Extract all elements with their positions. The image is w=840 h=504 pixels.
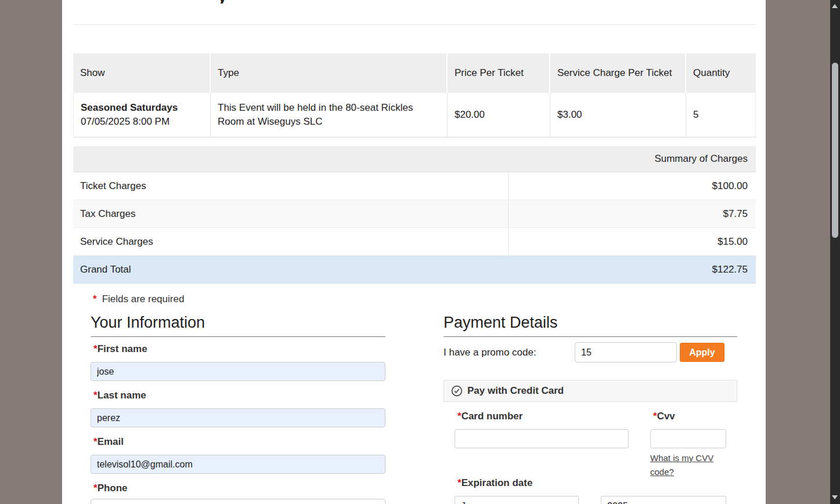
ticket-charges-value: $100.00 <box>508 172 756 200</box>
show-cell: Seasoned Saturdays 07/05/2025 8:00 PM <box>73 93 211 137</box>
required-asterisk: * <box>93 343 98 354</box>
scroll-down-arrow-icon[interactable] <box>832 495 838 499</box>
service-charges-label: Service Charges <box>73 228 508 255</box>
grand-total-label: Grand Total <box>73 256 508 283</box>
table-row-grand-total: Grand Total $122.75 <box>73 256 756 284</box>
grand-total-value: $122.75 <box>508 256 756 283</box>
required-asterisk: * <box>93 293 97 304</box>
pay-with-credit-card-label: Pay with Credit Card <box>467 385 564 397</box>
column-header-show: Show <box>73 53 211 93</box>
order-table-row: Seasoned Saturdays 07/05/2025 8:00 PM Th… <box>73 93 756 137</box>
expiration-date-label: *Expiration date <box>457 477 532 489</box>
tax-charges-label: Tax Charges <box>73 200 508 227</box>
column-header-price: Price Per Ticket <box>448 53 550 93</box>
summary-header: Summary of Charges <box>73 146 756 172</box>
required-asterisk: * <box>653 411 657 422</box>
your-information-heading: Your Information <box>91 314 385 337</box>
vertical-scrollbar[interactable] <box>830 0 840 504</box>
column-header-type: Type <box>211 53 448 93</box>
promo-code-label: I have a promo code: <box>444 347 536 358</box>
checkout-page: y Show Type Price Per Ticket Service Cha… <box>62 0 766 504</box>
required-fields-note: *Fields are required <box>93 293 184 305</box>
pay-with-credit-card-panel[interactable]: Pay with Credit Card <box>444 380 737 402</box>
first-name-field[interactable] <box>91 362 385 381</box>
table-row-ticket-charges: Ticket Charges $100.00 <box>73 172 756 200</box>
summary-table: Summary of Charges Ticket Charges $100.0… <box>73 146 756 284</box>
first-name-label: *First name <box>93 343 147 355</box>
order-table-header: Show Type Price Per Ticket Service Charg… <box>73 53 756 93</box>
service-charge-cell: $3.00 <box>550 93 686 137</box>
last-name-field[interactable] <box>91 408 385 427</box>
clipped-heading-fragment: y <box>218 0 241 3</box>
column-header-quantity: Quantity <box>686 53 756 93</box>
cvv-field[interactable] <box>650 429 726 448</box>
tax-charges-value: $7.75 <box>508 200 756 227</box>
required-asterisk: * <box>93 483 98 494</box>
required-asterisk: * <box>457 477 462 488</box>
card-number-field[interactable] <box>455 429 629 448</box>
service-charges-value: $15.00 <box>508 228 756 255</box>
order-table: Show Type Price Per Ticket Service Charg… <box>73 53 756 137</box>
apply-button[interactable]: Apply <box>680 343 724 362</box>
cvv-help-link[interactable]: What is my CVV code? <box>650 451 715 479</box>
phone-label: *Phone <box>93 483 128 494</box>
phone-field[interactable] <box>91 499 385 504</box>
required-asterisk: * <box>457 411 462 422</box>
last-name-label: *Last name <box>93 390 146 401</box>
promo-code-input[interactable] <box>575 342 677 362</box>
email-field[interactable] <box>91 455 385 474</box>
required-note-text: Fields are required <box>102 293 185 304</box>
scroll-up-arrow-icon[interactable] <box>832 4 838 8</box>
divider <box>73 24 756 25</box>
quantity-cell: 5 <box>686 93 756 137</box>
price-per-ticket-cell: $20.00 <box>448 93 550 137</box>
expiration-year-select[interactable]: 2025 <box>601 496 726 504</box>
show-datetime: 07/05/2025 8:00 PM <box>81 115 178 129</box>
type-cell: This Event will be held in the 80-seat R… <box>211 93 448 137</box>
payment-details-heading: Payment Details <box>444 314 737 337</box>
required-asterisk: * <box>93 436 98 447</box>
column-header-service-charge: Service Charge Per Ticket <box>550 53 686 93</box>
cvv-label: *Cvv <box>653 411 675 422</box>
required-asterisk: * <box>93 390 98 401</box>
scrollbar-thumb[interactable] <box>832 63 838 238</box>
table-row-tax-charges: Tax Charges $7.75 <box>73 200 756 228</box>
show-name: Seasoned Saturdays <box>81 101 178 115</box>
email-label: *Email <box>93 436 124 448</box>
expiration-month-select[interactable]: January <box>455 496 579 504</box>
ticket-charges-label: Ticket Charges <box>73 172 508 200</box>
table-row-service-charges: Service Charges $15.00 <box>73 228 756 256</box>
check-circle-icon <box>451 385 463 397</box>
card-number-label: *Card number <box>457 411 522 422</box>
